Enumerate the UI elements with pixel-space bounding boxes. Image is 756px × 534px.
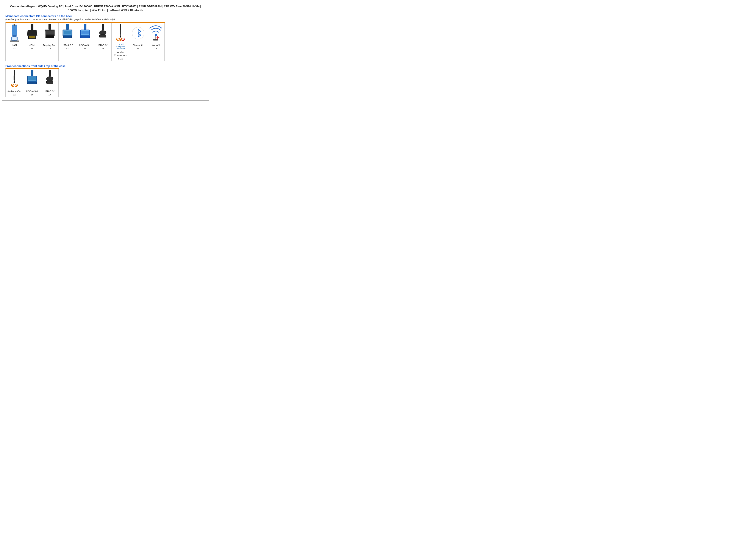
svg-rect-27 [81, 31, 89, 34]
mainboard-connectors-row: LAN1x HDMI1x [5, 22, 165, 62]
mainboard-section: Mainboard connectors PC connectors on th… [5, 14, 206, 62]
connector-displayport: Display Port1x [41, 23, 59, 62]
lan-icon [7, 23, 22, 43]
svg-rect-12 [29, 36, 35, 38]
svg-rect-59 [31, 70, 33, 76]
usba31-label: USB-A 3.12x [79, 44, 91, 50]
connector-audio-front: Audio In/Out1x [6, 69, 23, 97]
connector-usba30-front: USB-A 3.02x [23, 69, 41, 97]
connector-hdmi: HDMI1x [23, 23, 41, 62]
usba30-label: USB-A 3.04x [62, 44, 73, 50]
audio-label: AudioConnectors5.1x [114, 51, 127, 60]
svg-rect-69 [47, 81, 53, 83]
wlan-icon [148, 23, 163, 43]
mainboard-section-subtitle: (monitor/graphics card connectors are di… [5, 18, 206, 21]
svg-rect-7 [11, 41, 18, 42]
svg-rect-8 [31, 24, 33, 30]
front-connectors-row: Audio In/Out1x USB-A 3.02x [5, 68, 59, 97]
connector-usbc31-front: USB-C 3.11x [41, 69, 59, 97]
svg-point-54 [14, 81, 15, 83]
svg-rect-65 [49, 70, 51, 77]
connector-usba31: USB-A 3.12x [76, 23, 94, 62]
usba30-icon [60, 23, 75, 43]
svg-rect-67 [47, 77, 53, 81]
connector-audio: *7.1 with Frontpanel Connector AudioConn… [112, 23, 129, 62]
svg-rect-16 [46, 31, 54, 34]
connector-wlan: W-LAN1x [147, 23, 165, 62]
audio-front-icon [7, 69, 22, 89]
front-section-title: Front connections front side / top of th… [5, 64, 206, 68]
usbc31-front-icon [42, 69, 57, 89]
usbc31-front-label: USB-C 3.11x [44, 90, 56, 96]
svg-rect-24 [84, 24, 86, 30]
svg-point-47 [155, 34, 157, 36]
usba30-front-label: USB-A 3.02x [26, 90, 38, 96]
hdmi-label: HDMI1x [29, 44, 35, 50]
usbc31-icon [95, 23, 110, 43]
connector-lan: LAN1x [6, 23, 23, 62]
mainboard-section-title: Mainboard connectors PC connectors on th… [5, 14, 206, 18]
svg-rect-13 [48, 24, 51, 30]
svg-rect-49 [153, 39, 158, 40]
svg-rect-3 [12, 37, 16, 40]
usbc31-label: USB-C 3.12x [97, 44, 109, 50]
svg-rect-29 [81, 36, 89, 38]
page-container: Connection diagram WQHD Gaming PC | Inte… [2, 2, 209, 101]
audio-note: *7.1 with Frontpanel Connector [113, 43, 128, 50]
usba31-icon [78, 23, 93, 43]
svg-rect-18 [66, 24, 69, 30]
svg-point-38 [120, 36, 121, 38]
svg-point-40 [118, 39, 118, 39]
bluetooth-icon [131, 23, 146, 43]
svg-point-58 [16, 85, 16, 86]
svg-marker-9 [27, 30, 37, 36]
front-section: Front connections front side / top of th… [5, 64, 206, 97]
svg-rect-30 [102, 24, 104, 31]
svg-rect-36 [120, 30, 121, 35]
svg-rect-17 [45, 36, 54, 38]
svg-rect-34 [100, 35, 106, 37]
svg-rect-52 [14, 75, 15, 80]
svg-point-42 [120, 39, 121, 39]
audio-front-label: Audio In/Out1x [8, 90, 21, 96]
svg-rect-64 [28, 82, 36, 84]
svg-rect-0 [12, 25, 17, 36]
bluetooth-label: Bluetooth1x [133, 44, 143, 50]
connector-usba30: USB-A 3.04x [59, 23, 76, 62]
displayport-icon [42, 23, 57, 43]
connector-usbc31: USB-C 3.12x [94, 23, 112, 62]
connector-bluetooth: Bluetooth1x [129, 23, 147, 62]
displayport-label: Display Port1x [43, 44, 56, 50]
svg-point-56 [12, 85, 13, 86]
lan-label: LAN1x [12, 44, 16, 50]
usba30-front-icon [25, 69, 40, 89]
hdmi-icon [25, 23, 40, 43]
page-title: Connection diagram WQHD Gaming PC | Inte… [5, 5, 206, 12]
audio-icon [113, 23, 128, 43]
wlan-label: W-LAN1x [152, 44, 160, 50]
svg-rect-32 [100, 31, 106, 35]
svg-rect-62 [28, 77, 36, 80]
svg-rect-21 [64, 31, 71, 34]
svg-point-44 [122, 39, 123, 39]
svg-rect-23 [64, 36, 71, 38]
